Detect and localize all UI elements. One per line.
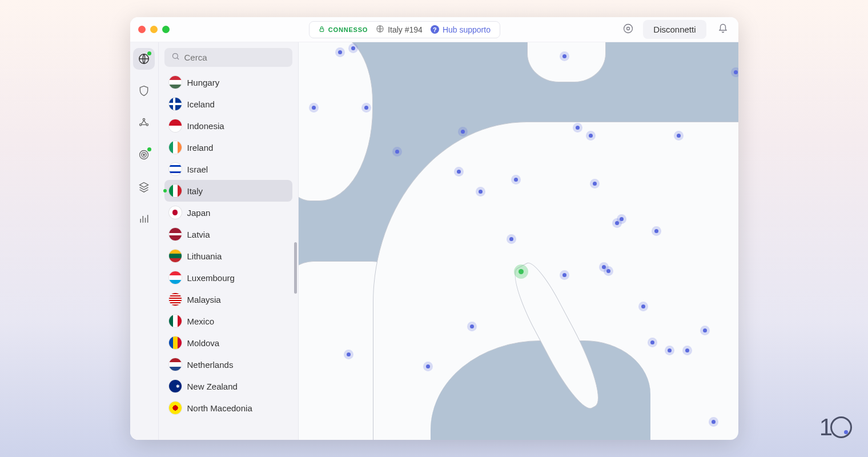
- map-server-dot[interactable]: [351, 46, 355, 50]
- maximize-window-button[interactable]: [162, 26, 170, 33]
- flag-icon: [169, 119, 182, 132]
- country-item-italy[interactable]: Italy: [164, 180, 292, 202]
- map-server-dot[interactable]: [457, 170, 461, 174]
- map-server-dot[interactable]: [562, 54, 566, 58]
- map-server-dot[interactable]: [470, 324, 474, 328]
- map-server-dot[interactable]: [685, 348, 689, 352]
- svg-point-11: [172, 54, 178, 59]
- flag-icon: [169, 228, 182, 240]
- flag-icon: [169, 271, 182, 284]
- map-server-dot[interactable]: [562, 273, 566, 277]
- flag-icon: [169, 336, 182, 349]
- search-bar[interactable]: [164, 48, 292, 67]
- map-server-dot[interactable]: [514, 178, 518, 182]
- disconnect-button[interactable]: Disconnetti: [643, 20, 706, 39]
- map-server-dot[interactable]: [668, 348, 672, 352]
- sidebar-nav: [130, 42, 159, 440]
- country-item-iceland[interactable]: Iceland: [164, 93, 292, 115]
- map-server-dot[interactable]: [338, 50, 342, 54]
- country-label: Luxembourg: [187, 273, 235, 283]
- country-item-indonesia[interactable]: Indonesia: [164, 115, 292, 137]
- country-panel: HungaryIcelandIndonesiaIrelandIsraelItal…: [159, 42, 299, 440]
- map-server-dot[interactable]: [589, 134, 593, 138]
- titlebar: CONNESSO Italy #194 ? Hub supporto Disco…: [130, 17, 738, 42]
- nav-shield[interactable]: [133, 80, 155, 102]
- country-item-latvia[interactable]: Latvia: [164, 223, 292, 245]
- country-item-ireland[interactable]: Ireland: [164, 137, 292, 158]
- map-server-dot[interactable]: [461, 130, 465, 134]
- map-server-dot[interactable]: [312, 106, 316, 110]
- country-item-mexico[interactable]: Mexico: [164, 310, 292, 332]
- map-server-dot[interactable]: [347, 352, 351, 356]
- minimize-window-button[interactable]: [150, 26, 158, 33]
- country-item-japan[interactable]: Japan: [164, 202, 292, 223]
- flag-icon: [169, 315, 182, 327]
- active-indicator-dot: [147, 147, 151, 151]
- svg-point-6: [140, 124, 142, 126]
- lock-icon: [319, 26, 325, 34]
- country-item-netherlands[interactable]: Netherlands: [164, 354, 292, 375]
- map-view[interactable]: [299, 42, 738, 440]
- map-server-dot[interactable]: [650, 340, 654, 344]
- country-label: Malaysia: [187, 295, 221, 304]
- country-item-new-zealand[interactable]: New Zealand: [164, 375, 292, 397]
- flag-icon: [169, 206, 182, 219]
- nav-globe[interactable]: [133, 48, 155, 70]
- map-server-dot[interactable]: [703, 328, 707, 332]
- flag-icon: [169, 185, 182, 197]
- settings-icon[interactable]: [622, 23, 634, 37]
- map-server-dot[interactable]: [712, 420, 716, 424]
- country-item-israel[interactable]: Israel: [164, 158, 292, 180]
- map-server-dot[interactable]: [593, 182, 597, 186]
- country-item-north-macedonia[interactable]: North Macedonia: [164, 397, 292, 419]
- landmass: [299, 42, 373, 201]
- search-input[interactable]: [184, 53, 286, 62]
- country-label: Italy: [187, 186, 203, 196]
- notifications-button[interactable]: [716, 21, 730, 38]
- flag-icon: [169, 358, 182, 371]
- svg-point-7: [146, 124, 148, 126]
- map-server-dot[interactable]: [641, 304, 645, 308]
- nav-layers[interactable]: [133, 176, 155, 198]
- flag-icon: [169, 402, 182, 414]
- map-server-dot[interactable]: [509, 237, 513, 241]
- country-item-lithuania[interactable]: Lithuania: [164, 245, 292, 267]
- nav-stats[interactable]: [133, 208, 155, 230]
- status-server[interactable]: Italy #194: [376, 25, 423, 35]
- nav-mesh[interactable]: [133, 112, 155, 134]
- country-label: New Zealand: [187, 382, 238, 391]
- map-server-dot[interactable]: [426, 364, 430, 368]
- close-window-button[interactable]: [138, 26, 146, 33]
- country-item-malaysia[interactable]: Malaysia: [164, 288, 292, 310]
- country-label: Latvia: [187, 230, 210, 239]
- flag-icon: [169, 98, 182, 110]
- map-server-dot-active[interactable]: [519, 269, 524, 274]
- traffic-lights: [138, 26, 170, 33]
- map-server-dot[interactable]: [734, 70, 738, 74]
- country-label: Ireland: [187, 143, 214, 153]
- support-hub-link[interactable]: ? Hub supporto: [431, 25, 491, 34]
- country-item-luxembourg[interactable]: Luxembourg: [164, 267, 292, 288]
- nav-radar[interactable]: [133, 144, 155, 166]
- country-label: Moldova: [187, 338, 220, 348]
- map-server-dot[interactable]: [654, 229, 658, 233]
- globe-icon: [376, 25, 384, 35]
- map-server-dot[interactable]: [364, 106, 368, 110]
- map-server-dot[interactable]: [395, 150, 399, 154]
- map-server-dot[interactable]: [479, 190, 483, 194]
- svg-point-3: [624, 24, 633, 33]
- country-list[interactable]: HungaryIcelandIndonesiaIrelandIsraelItal…: [159, 71, 298, 440]
- map-server-dot[interactable]: [606, 269, 610, 273]
- country-label: Mexico: [187, 316, 215, 326]
- scrollbar-thumb[interactable]: [294, 242, 297, 294]
- svg-point-2: [627, 27, 630, 30]
- flag-icon: [169, 380, 182, 392]
- flag-icon: [169, 163, 182, 175]
- map-server-dot[interactable]: [576, 126, 580, 130]
- country-item-moldova[interactable]: Moldova: [164, 332, 292, 354]
- map-server-dot[interactable]: [620, 217, 624, 221]
- country-label: Netherlands: [187, 360, 234, 370]
- country-label: Hungary: [187, 78, 220, 87]
- country-item-hungary[interactable]: Hungary: [164, 71, 292, 93]
- map-server-dot[interactable]: [677, 134, 681, 138]
